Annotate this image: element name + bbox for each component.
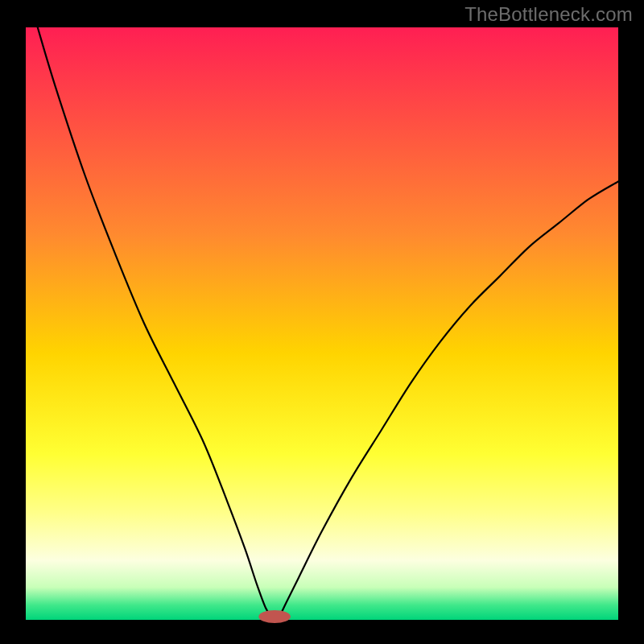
bottleneck-chart bbox=[0, 0, 644, 644]
watermark-label: TheBottleneck.com bbox=[464, 3, 633, 26]
optimal-marker bbox=[258, 610, 291, 623]
chart-frame: TheBottleneck.com bbox=[0, 0, 644, 644]
